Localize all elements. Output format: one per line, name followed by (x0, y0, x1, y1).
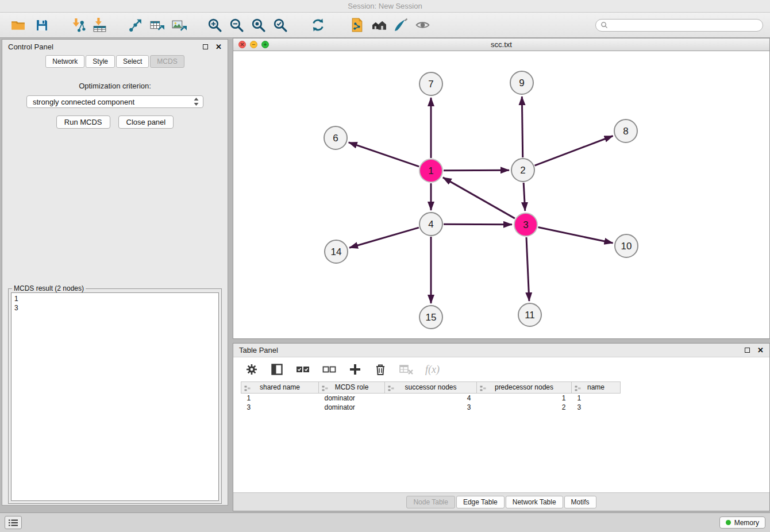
float-table-panel-icon[interactable] (745, 348, 750, 353)
graph-node-8[interactable]: 8 (614, 119, 637, 142)
open-session-button[interactable] (7, 14, 29, 36)
close-table-panel-icon[interactable]: ✕ (757, 346, 764, 354)
graph-edge-4-3[interactable] (444, 224, 512, 225)
graph-node-2[interactable]: 2 (511, 159, 534, 182)
graph-edge-4-14[interactable] (349, 228, 419, 248)
minimize-window-button[interactable]: − (250, 41, 257, 48)
graph-node-1[interactable]: 1 (419, 159, 442, 182)
search-input[interactable] (611, 20, 758, 30)
tab-select[interactable]: Select (116, 55, 149, 68)
graph-node-6[interactable]: 6 (324, 126, 347, 149)
cell-shared-name[interactable]: 3 (241, 403, 319, 412)
svg-text:4: 4 (428, 219, 433, 230)
network-canvas[interactable]: 7968124314101511 (233, 51, 769, 338)
zoom-in-button[interactable] (203, 14, 225, 36)
apply-style-button[interactable] (390, 14, 411, 36)
paint-brush-icon (393, 17, 409, 33)
tab-edge-table[interactable]: Edge Table (456, 496, 505, 508)
graph-node-15[interactable]: 15 (419, 306, 442, 329)
tab-network-table[interactable]: Network Table (506, 496, 563, 508)
export-table-button[interactable] (146, 14, 168, 36)
save-session-button[interactable] (31, 14, 53, 36)
apply-preferred-layout-button[interactable] (307, 14, 329, 36)
criterion-select[interactable]: strongly connected component (26, 95, 203, 108)
graph-edge-3-10[interactable] (538, 228, 613, 243)
table-row[interactable]: 3dominator323 (241, 403, 621, 412)
create-column-button[interactable] (348, 363, 362, 376)
svg-text:14: 14 (331, 246, 342, 257)
show-columns-button[interactable] (270, 363, 284, 376)
zoom-fit-button[interactable] (247, 14, 269, 36)
zoom-out-button[interactable] (225, 14, 247, 36)
graph-node-14[interactable]: 14 (325, 240, 348, 263)
cell-shared-name[interactable]: 1 (241, 394, 319, 403)
tab-mcds[interactable]: MCDS (150, 55, 184, 68)
zoom-selected-button[interactable] (269, 14, 291, 36)
mcds-result-values[interactable]: 13 (11, 292, 219, 501)
search-box[interactable] (595, 19, 763, 32)
node-table-area: shared nameMCDS rolesuccessor nodesprede… (233, 381, 769, 492)
graph-edge-3-1[interactable] (443, 178, 515, 218)
graph-node-4[interactable]: 4 (419, 213, 442, 236)
export-image-button[interactable] (168, 14, 190, 36)
graph-node-7[interactable]: 7 (419, 72, 442, 95)
cell-predecessor-nodes[interactable]: 2 (477, 403, 572, 412)
svg-text:2: 2 (520, 165, 525, 176)
delete-columns-button[interactable] (374, 363, 387, 376)
import-table-icon (92, 17, 107, 33)
graph-edge-1-2[interactable] (444, 170, 509, 171)
svg-text:11: 11 (525, 310, 535, 321)
mcds-result-group: MCDS result (2 nodes) 13 (8, 288, 222, 504)
graph-edge-2-3[interactable] (523, 183, 525, 211)
export-network-button[interactable] (124, 14, 146, 36)
table-row[interactable]: 1dominator411 (241, 394, 621, 403)
import-network-button[interactable] (67, 14, 88, 36)
tab-network[interactable]: Network (45, 55, 84, 68)
delete-table-button[interactable] (399, 363, 414, 376)
new-network-from-selection-button[interactable] (346, 14, 368, 36)
close-panel-button[interactable]: Close panel (118, 115, 174, 129)
cell-predecessor-nodes[interactable]: 1 (477, 394, 572, 403)
cell-successor-nodes[interactable]: 3 (385, 403, 477, 412)
graph-edge-1-6[interactable] (349, 142, 419, 167)
graph-edge-2-9[interactable] (522, 97, 522, 157)
tab-motifs[interactable]: Motifs (564, 496, 596, 508)
show-panels-button[interactable] (5, 516, 22, 529)
float-panel-icon[interactable] (203, 44, 208, 49)
search-icon (600, 21, 608, 29)
graph-node-11[interactable]: 11 (518, 303, 541, 326)
import-table-button[interactable] (88, 14, 110, 36)
cell-successor-nodes[interactable]: 4 (385, 394, 477, 403)
tab-node-table[interactable]: Node Table (406, 496, 455, 508)
column-header-mcds-role[interactable]: MCDS role (319, 382, 385, 394)
first-neighbors-button[interactable] (368, 14, 390, 36)
graph-edge-2-8[interactable] (535, 136, 613, 166)
column-header-name[interactable]: name (572, 382, 621, 394)
select-all-columns-button[interactable] (295, 363, 310, 376)
run-mcds-button[interactable]: Run MCDS (56, 115, 110, 129)
function-builder-button[interactable]: f(x) (425, 364, 440, 376)
graph-node-9[interactable]: 9 (510, 71, 533, 94)
column-header-shared-name[interactable]: shared name (241, 382, 319, 394)
control-panel-header: Control Panel ✕ (2, 40, 228, 53)
table-settings-button[interactable] (245, 363, 259, 376)
graph-edge-3-11[interactable] (526, 237, 529, 301)
graph-node-3[interactable]: 3 (514, 213, 537, 236)
show-hide-details-button[interactable] (411, 14, 433, 36)
export-table-icon (149, 17, 165, 33)
tab-style[interactable]: Style (86, 55, 115, 68)
maximize-window-button[interactable]: + (261, 41, 269, 48)
column-header-predecessor-nodes[interactable]: predecessor nodes (477, 382, 572, 394)
node-table: shared nameMCDS rolesuccessor nodesprede… (241, 381, 621, 412)
plus-icon (348, 363, 362, 376)
checked-boxes-icon (295, 363, 310, 376)
column-header-successor-nodes[interactable]: successor nodes (385, 382, 477, 394)
cell-mcds-role[interactable]: dominator (319, 394, 385, 403)
cell-name[interactable]: 3 (572, 403, 621, 412)
graph-node-10[interactable]: 10 (615, 234, 638, 257)
memory-button[interactable]: Memory (719, 516, 765, 529)
close-window-button[interactable]: ✕ (238, 41, 246, 48)
close-panel-icon[interactable]: ✕ (215, 43, 222, 51)
deselect-all-columns-button[interactable] (322, 363, 337, 376)
cell-mcds-role[interactable]: dominator (319, 403, 385, 412)
